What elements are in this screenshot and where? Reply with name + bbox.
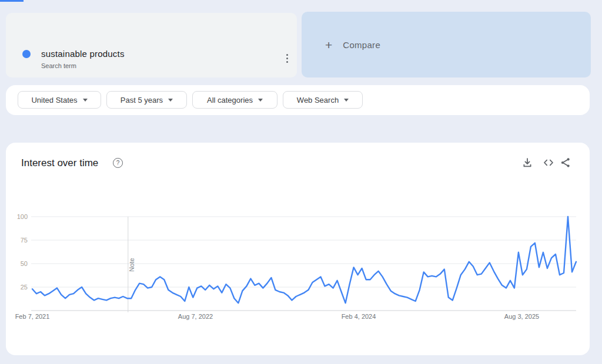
filter-dropdown-category[interactable]: All categories xyxy=(192,91,277,109)
filter-dropdown-region[interactable]: United States xyxy=(18,91,101,109)
compare-label: Compare xyxy=(343,40,380,50)
trend-line xyxy=(32,217,576,303)
y-axis-label: 100 xyxy=(17,213,28,220)
y-axis-label: 50 xyxy=(21,260,28,267)
plus-icon: + xyxy=(325,39,332,51)
kebab-icon xyxy=(286,54,288,56)
chevron-down-icon xyxy=(83,99,88,102)
filter-bar: United States Past 5 years All categorie… xyxy=(6,85,590,115)
search-term-card[interactable]: sustainable products Search term xyxy=(6,13,297,77)
filter-dropdown-time[interactable]: Past 5 years xyxy=(106,91,187,109)
y-axis-label: 75 xyxy=(21,237,28,244)
chevron-down-icon xyxy=(168,99,173,102)
filter-dropdown-search-type[interactable]: Web Search xyxy=(283,91,363,109)
filter-label: Web Search xyxy=(297,96,339,105)
x-axis-label: Aug 7, 2022 xyxy=(178,313,213,320)
interest-over-time-card: Interest over time ? 255075100NoteFeb 7,… xyxy=(6,143,590,355)
chevron-down-icon xyxy=(258,99,263,102)
chevron-down-icon xyxy=(344,99,349,102)
term-menu-button[interactable] xyxy=(281,50,293,66)
trend-chart[interactable]: 255075100NoteFeb 7, 2021Aug 7, 2022Feb 4… xyxy=(6,143,590,355)
search-term-title: sustainable products xyxy=(41,49,125,59)
filter-label: Past 5 years xyxy=(121,96,163,105)
google-trends-page: { "theme": { "page_bg": "#e9edf6", "term… xyxy=(0,0,602,364)
search-term-subtitle: Search term xyxy=(41,62,76,69)
series-color-dot xyxy=(22,50,31,58)
y-axis-label: 25 xyxy=(21,284,28,291)
x-axis-label: Feb 7, 2021 xyxy=(15,313,50,320)
x-axis-label: Aug 3, 2025 xyxy=(504,313,539,320)
top-left-accent-strip xyxy=(0,0,24,2)
note-label: Note xyxy=(128,258,135,271)
filter-label: All categories xyxy=(207,96,253,105)
filter-label: United States xyxy=(31,96,77,105)
x-axis-label: Feb 4, 2024 xyxy=(342,313,376,320)
compare-card[interactable]: + Compare xyxy=(302,12,591,77)
